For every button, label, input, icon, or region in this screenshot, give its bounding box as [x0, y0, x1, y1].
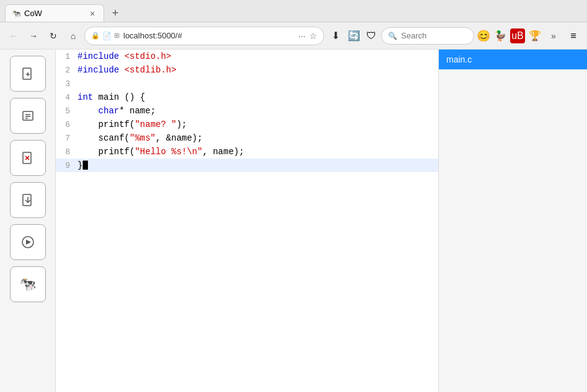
- address-security-icons: 🔒 📄 ⊞: [91, 32, 120, 40]
- line-number-8: 8: [56, 147, 77, 157]
- search-bar[interactable]: 🔍: [381, 27, 474, 45]
- duckduckgo-icon[interactable]: 🦆: [493, 28, 508, 43]
- code-line-3: 3: [56, 77, 438, 90]
- download-nav-button[interactable]: ⬇: [327, 27, 344, 45]
- line-content-6: printf("name? ");: [77, 120, 438, 129]
- cup-icon[interactable]: 🏆: [527, 28, 542, 43]
- line-number-2: 2: [56, 66, 77, 75]
- bookmark-button[interactable]: ☆: [309, 31, 317, 41]
- lock-icon: 🔒: [91, 32, 100, 40]
- code-line-1: 1 #include <stdio.h>: [56, 50, 438, 63]
- shield-button[interactable]: 🛡: [364, 28, 379, 43]
- code-line-8: 8 printf("Hello %s!\n", name);: [56, 145, 438, 159]
- reader-icon: 📄: [102, 32, 112, 40]
- download-button[interactable]: [10, 182, 46, 218]
- code-line-6: 6 printf("name? ");: [56, 118, 438, 131]
- grid-icon: ⊞: [114, 32, 120, 40]
- tab-close-button[interactable]: ×: [87, 9, 97, 19]
- line-number-7: 7: [56, 134, 77, 143]
- line-content-1: #include <stdio.h>: [77, 51, 438, 61]
- open-file-button[interactable]: [10, 98, 46, 134]
- address-more-button[interactable]: ···: [298, 31, 306, 41]
- svg-rect-0: [23, 68, 31, 79]
- search-icon: 🔍: [388, 32, 397, 40]
- line-number-6: 6: [56, 120, 77, 129]
- code-line-9: 9 }█: [56, 159, 438, 172]
- line-content-7: scanf("%ms", &name);: [77, 133, 438, 143]
- search-input[interactable]: [401, 31, 463, 40]
- new-tab-button[interactable]: +: [107, 4, 124, 22]
- extensions-button[interactable]: »: [545, 27, 562, 45]
- line-content-5: char* name;: [77, 106, 438, 116]
- address-input[interactable]: [123, 31, 294, 40]
- svg-rect-3: [23, 111, 33, 120]
- browser-window: 🐄 CoW × + ← → ↻ ⌂ 🔒 📄 ⊞ ··· ☆ ⬇ 🔄 🛡 🔍: [0, 0, 587, 392]
- tab-title: CoW: [24, 9, 84, 18]
- browser-tab[interactable]: 🐄 CoW ×: [5, 4, 104, 22]
- right-panel: main.c: [438, 50, 587, 392]
- line-number-1: 1: [56, 52, 77, 61]
- code-line-7: 7 scanf("%ms", &name);: [56, 131, 438, 145]
- editor-area[interactable]: 1 #include <stdio.h> 2 #include <stdlib.…: [56, 50, 438, 392]
- line-content-4: int main () {: [77, 92, 438, 102]
- line-number-9: 9: [56, 161, 77, 170]
- code-line-5: 5 char* name;: [56, 104, 438, 118]
- line-number-5: 5: [56, 107, 77, 116]
- new-file-button[interactable]: [10, 56, 46, 92]
- back-button[interactable]: ←: [5, 27, 22, 45]
- line-content-8: printf("Hello %s!\n", name);: [77, 147, 438, 157]
- emoji-button[interactable]: 😊: [477, 29, 490, 43]
- tab-bar: 🐄 CoW × +: [0, 0, 587, 22]
- line-content-9: }█: [77, 160, 438, 170]
- sidebar: 🐄: [0, 50, 56, 392]
- code-line-4: 4 int main () {: [56, 90, 438, 104]
- menu-button[interactable]: ≡: [565, 27, 582, 45]
- line-content-2: #include <stdlib.h>: [77, 65, 438, 75]
- file-tab[interactable]: main.c: [439, 50, 587, 69]
- run-button[interactable]: [10, 224, 46, 260]
- ublockorigin-icon[interactable]: uB: [510, 28, 525, 43]
- line-content-3: [77, 79, 438, 89]
- content-area: 🐄 1 #include <stdio.h> 2 #include <stdli…: [0, 50, 587, 392]
- forward-button[interactable]: →: [25, 27, 42, 45]
- address-bar[interactable]: 🔒 📄 ⊞ ··· ☆: [84, 27, 324, 45]
- home-button[interactable]: ⌂: [64, 27, 82, 45]
- line-number-4: 4: [56, 93, 77, 102]
- reload-button[interactable]: ↻: [45, 27, 62, 45]
- close-file-button[interactable]: [10, 140, 46, 176]
- tab-favicon: 🐄: [12, 9, 20, 18]
- code-container: 1 #include <stdio.h> 2 #include <stdlib.…: [56, 50, 438, 172]
- nav-bar: ← → ↻ ⌂ 🔒 📄 ⊞ ··· ☆ ⬇ 🔄 🛡 🔍 😊 🦆 uB 🏆 » ≡: [0, 22, 587, 50]
- line-number-3: 3: [56, 79, 77, 89]
- code-line-2: 2 #include <stdlib.h>: [56, 63, 438, 77]
- firefox-sync-button[interactable]: 🔄: [346, 28, 361, 43]
- cow-button[interactable]: 🐄: [10, 266, 46, 302]
